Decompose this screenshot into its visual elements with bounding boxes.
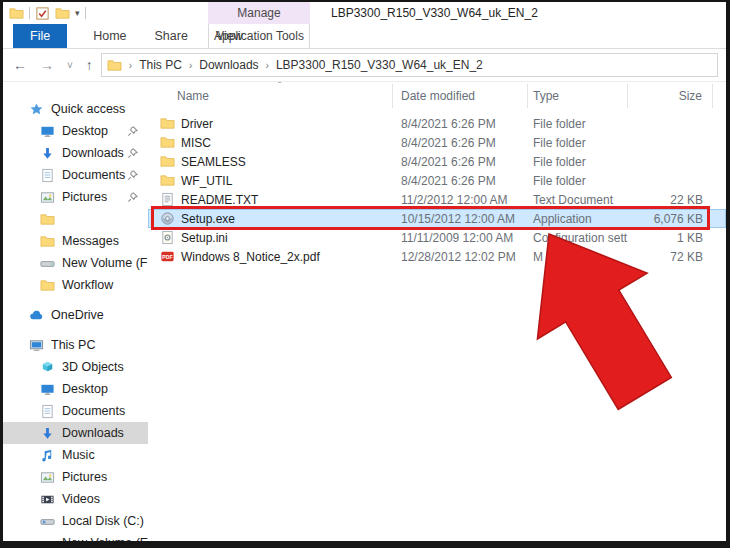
sidebar-item-unlabeled-folder[interactable] bbox=[3, 208, 148, 230]
pin-icon bbox=[127, 192, 138, 203]
checkbox-icon[interactable] bbox=[35, 6, 50, 21]
folder-icon bbox=[160, 116, 175, 131]
folder-icon bbox=[40, 278, 55, 293]
title-bar: ▾ Manage LBP3300_R150_V330_W64_uk_EN_2 bbox=[3, 2, 726, 24]
video-icon bbox=[40, 492, 55, 507]
sidebar-item-3d-objects[interactable]: 3D Objects bbox=[3, 356, 148, 378]
folder-icon bbox=[160, 154, 175, 169]
recent-locations-icon[interactable]: ˅ bbox=[67, 60, 73, 71]
folder-icon[interactable] bbox=[9, 6, 24, 21]
toolbar-divider bbox=[85, 7, 86, 19]
folder-icon bbox=[107, 58, 122, 73]
sidebar-item-music[interactable]: Music bbox=[3, 444, 148, 466]
sidebar-item-new-volume-e[interactable]: New Volume (E:) bbox=[3, 532, 148, 541]
sidebar-item-desktop[interactable]: Desktop bbox=[3, 120, 148, 142]
breadcrumb-current-folder[interactable]: LBP3300_R150_V330_W64_uk_EN_2 bbox=[276, 58, 483, 72]
customize-toolbar-arrow[interactable]: ▾ bbox=[75, 9, 80, 18]
pc-icon bbox=[29, 338, 44, 353]
pin-icon bbox=[127, 126, 138, 137]
sidebar-item-videos[interactable]: Videos bbox=[3, 488, 148, 510]
up-icon[interactable]: ↑ bbox=[86, 57, 93, 73]
sort-ascending-icon: ˆ bbox=[278, 82, 281, 92]
back-icon[interactable]: ← bbox=[13, 57, 27, 73]
manage-contextual-tab[interactable]: Manage bbox=[208, 2, 310, 24]
pin-icon bbox=[127, 148, 138, 159]
column-header-date-modified[interactable]: Date modified bbox=[393, 84, 528, 108]
breadcrumb-this-pc[interactable]: This PC bbox=[139, 58, 182, 72]
pin-icon bbox=[127, 170, 138, 181]
folder-icon bbox=[40, 212, 55, 227]
explorer-window: PDF ▾ Manage LBP3300_R150_V330_W64_uk_EN… bbox=[3, 2, 726, 541]
screenshot-frame: PDF ▾ Manage LBP3300_R150_V330_W64_uk_EN… bbox=[0, 0, 730, 548]
picture-icon bbox=[40, 470, 55, 485]
breadcrumb-chevron-icon: › bbox=[187, 60, 194, 71]
download-icon bbox=[40, 426, 55, 441]
sidebar-section-gap bbox=[3, 326, 148, 334]
sidebar-item-pictures-pc[interactable]: Pictures bbox=[3, 466, 148, 488]
file-row-readme[interactable]: README.TXT 11/2/2012 12:00 AM Text Docum… bbox=[148, 190, 726, 209]
drive-icon bbox=[40, 536, 55, 542]
breadcrumb-chevron-icon: › bbox=[127, 60, 134, 71]
sidebar-item-messages[interactable]: Messages bbox=[3, 230, 148, 252]
address-box[interactable]: › This PC › Downloads › LBP3300_R150_V33… bbox=[101, 53, 718, 77]
sidebar-item-onedrive[interactable]: OneDrive bbox=[3, 304, 148, 326]
file-list-pane: Name ˆ Date modified Type Size Driver 8/… bbox=[148, 82, 726, 541]
sidebar-section-gap bbox=[3, 296, 148, 304]
ribbon-tab-bar: File Home Share View Application Tools bbox=[3, 24, 726, 49]
monitor-icon bbox=[40, 382, 55, 397]
file-row-driver[interactable]: Driver 8/4/2021 6:26 PM File folder bbox=[148, 114, 726, 133]
pdf-icon bbox=[160, 249, 175, 264]
picture-icon bbox=[40, 190, 55, 205]
file-row-setup-ini[interactable]: Setup.ini 11/11/2009 12:00 AM Configurat… bbox=[148, 228, 726, 247]
config-file-icon bbox=[160, 230, 175, 245]
sidebar-item-pictures-quick[interactable]: Pictures bbox=[3, 186, 148, 208]
folder-icon[interactable] bbox=[55, 6, 70, 21]
text-file-icon bbox=[160, 192, 175, 207]
disk-c-icon bbox=[40, 514, 55, 529]
sidebar-item-workflow[interactable]: Workflow bbox=[3, 274, 148, 296]
application-icon bbox=[160, 211, 175, 226]
navigation-pane: Quick access Desktop Downloads Documents… bbox=[3, 82, 148, 541]
sidebar-item-quick-access[interactable]: Quick access bbox=[3, 98, 148, 120]
tab-file[interactable]: File bbox=[13, 24, 67, 48]
file-row-seamless[interactable]: SEAMLESS 8/4/2021 6:26 PM File folder bbox=[148, 152, 726, 171]
sidebar-item-documents-pc[interactable]: Documents bbox=[3, 400, 148, 422]
column-headers: Name ˆ Date modified Type Size bbox=[148, 84, 726, 108]
sidebar-item-documents-quick[interactable]: Documents bbox=[3, 164, 148, 186]
toolbar-divider bbox=[29, 7, 30, 19]
sidebar-item-new-volume-f[interactable]: New Volume (F:) bbox=[3, 252, 148, 274]
drive-icon bbox=[40, 256, 55, 271]
sidebar-item-downloads-pc[interactable]: Downloads bbox=[3, 422, 148, 444]
sidebar-item-desktop-pc[interactable]: Desktop bbox=[3, 378, 148, 400]
navigation-buttons: ← → ˅ ↑ bbox=[3, 57, 101, 73]
folder-icon bbox=[160, 173, 175, 188]
tab-application-tools[interactable]: Application Tools bbox=[208, 24, 310, 48]
document-icon bbox=[40, 168, 55, 183]
window-title: LBP3300_R150_V330_W64_uk_EN_2 bbox=[331, 2, 538, 24]
file-row-misc[interactable]: MISC 8/4/2021 6:26 PM File folder bbox=[148, 133, 726, 152]
column-header-name[interactable]: Name ˆ bbox=[148, 84, 393, 108]
sidebar-item-local-disk-c[interactable]: Local Disk (C:) bbox=[3, 510, 148, 532]
cloud-icon bbox=[29, 308, 44, 323]
tab-home[interactable]: Home bbox=[79, 24, 140, 48]
folder-icon bbox=[160, 135, 175, 150]
file-rows: Driver 8/4/2021 6:26 PM File folder MISC… bbox=[148, 114, 726, 266]
star-icon bbox=[29, 102, 44, 117]
sidebar-item-downloads-quick[interactable]: Downloads bbox=[3, 142, 148, 164]
quick-access-toolbar: ▾ bbox=[3, 6, 86, 21]
monitor-icon bbox=[40, 124, 55, 139]
file-row-setup-exe[interactable]: Setup.exe 10/15/2012 12:00 AM Applicatio… bbox=[148, 209, 726, 228]
sidebar-item-this-pc[interactable]: This PC bbox=[3, 334, 148, 356]
file-row-wf-util[interactable]: WF_UTIL 8/4/2021 6:26 PM File folder bbox=[148, 171, 726, 190]
forward-icon[interactable]: → bbox=[40, 57, 54, 73]
column-header-type[interactable]: Type bbox=[528, 84, 628, 108]
file-row-windows8-notice-pdf[interactable]: Windows 8_Notice_2x.pdf 12/28/2012 12:02… bbox=[148, 247, 726, 266]
main-content: Quick access Desktop Downloads Documents… bbox=[3, 82, 726, 541]
music-icon bbox=[40, 448, 55, 463]
download-icon bbox=[40, 146, 55, 161]
tab-share[interactable]: Share bbox=[141, 24, 202, 48]
folder-icon bbox=[40, 234, 55, 249]
breadcrumb-downloads[interactable]: Downloads bbox=[199, 58, 258, 72]
breadcrumb-chevron-icon: › bbox=[264, 60, 271, 71]
column-header-size[interactable]: Size bbox=[628, 84, 713, 108]
